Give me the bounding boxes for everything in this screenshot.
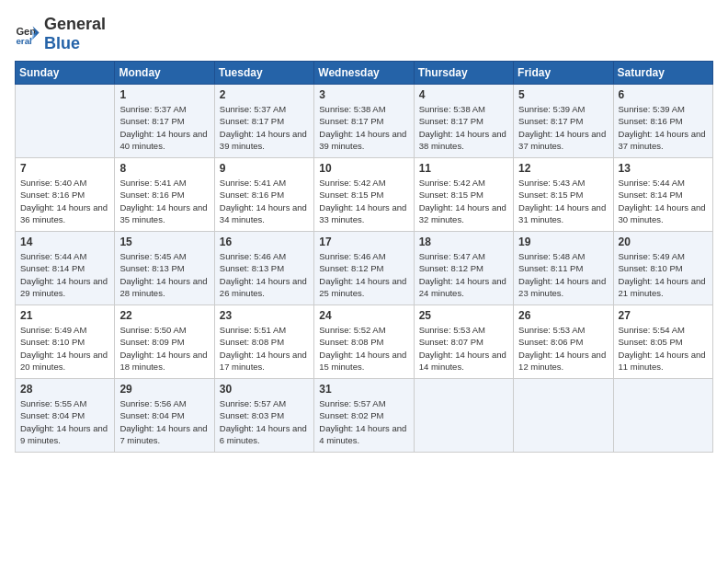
- day-info: Sunrise: 5:52 AMSunset: 8:08 PMDaylight:…: [319, 325, 406, 372]
- col-header-monday: Monday: [115, 62, 214, 85]
- day-info: Sunrise: 5:49 AMSunset: 8:10 PMDaylight:…: [619, 251, 706, 298]
- day-number: 27: [619, 309, 708, 322]
- day-info: Sunrise: 5:51 AMSunset: 8:08 PMDaylight:…: [220, 325, 307, 372]
- day-info: Sunrise: 5:48 AMSunset: 8:11 PMDaylight:…: [518, 251, 606, 298]
- day-cell: 1Sunrise: 5:37 AMSunset: 8:17 PMDaylight…: [115, 85, 214, 158]
- day-cell: 22Sunrise: 5:50 AMSunset: 8:09 PMDayligh…: [115, 305, 214, 379]
- day-cell: 7Sunrise: 5:40 AMSunset: 8:16 PMDaylight…: [16, 158, 115, 232]
- day-info: Sunrise: 5:37 AMSunset: 8:17 PMDaylight:…: [119, 104, 207, 151]
- day-cell: 12Sunrise: 5:43 AMSunset: 8:15 PMDayligh…: [514, 158, 613, 232]
- day-info: Sunrise: 5:55 AMSunset: 8:04 PMDaylight:…: [20, 398, 108, 445]
- col-header-tuesday: Tuesday: [214, 62, 313, 85]
- day-info: Sunrise: 5:38 AMSunset: 8:17 PMDaylight:…: [319, 104, 406, 151]
- day-number: 24: [319, 309, 408, 322]
- day-info: Sunrise: 5:39 AMSunset: 8:17 PMDaylight:…: [518, 104, 606, 151]
- day-info: Sunrise: 5:50 AMSunset: 8:09 PMDaylight:…: [119, 325, 207, 372]
- day-cell: [414, 379, 513, 453]
- day-info: Sunrise: 5:41 AMSunset: 8:16 PMDaylight:…: [220, 178, 307, 224]
- day-number: 19: [518, 236, 608, 248]
- day-cell: 27Sunrise: 5:54 AMSunset: 8:05 PMDayligh…: [613, 305, 712, 379]
- day-info: Sunrise: 5:46 AMSunset: 8:13 PMDaylight:…: [220, 251, 307, 298]
- day-info: Sunrise: 5:44 AMSunset: 8:14 PMDaylight:…: [20, 251, 108, 298]
- day-info: Sunrise: 5:42 AMSunset: 8:15 PMDaylight:…: [419, 178, 506, 224]
- day-cell: 14Sunrise: 5:44 AMSunset: 8:14 PMDayligh…: [16, 232, 115, 305]
- logo: Gen eral General Blue: [15, 15, 106, 53]
- day-number: 15: [119, 236, 209, 248]
- day-info: Sunrise: 5:37 AMSunset: 8:17 PMDaylight:…: [220, 104, 307, 151]
- day-number: 4: [419, 88, 508, 101]
- day-cell: 26Sunrise: 5:53 AMSunset: 8:06 PMDayligh…: [514, 305, 613, 379]
- day-cell: 28Sunrise: 5:55 AMSunset: 8:04 PMDayligh…: [16, 379, 115, 453]
- day-number: 3: [319, 88, 408, 101]
- day-number: 17: [319, 236, 408, 248]
- day-cell: 9Sunrise: 5:41 AMSunset: 8:16 PMDaylight…: [214, 158, 313, 232]
- day-cell: [613, 379, 712, 453]
- day-number: 10: [319, 162, 408, 175]
- day-info: Sunrise: 5:49 AMSunset: 8:10 PMDaylight:…: [20, 325, 108, 372]
- day-info: Sunrise: 5:38 AMSunset: 8:17 PMDaylight:…: [419, 104, 506, 151]
- day-number: 11: [419, 162, 508, 175]
- day-number: 20: [619, 236, 708, 248]
- day-info: Sunrise: 5:53 AMSunset: 8:07 PMDaylight:…: [419, 325, 506, 372]
- day-cell: 11Sunrise: 5:42 AMSunset: 8:15 PMDayligh…: [414, 158, 513, 232]
- day-number: 29: [119, 383, 209, 396]
- day-info: Sunrise: 5:53 AMSunset: 8:06 PMDaylight:…: [518, 325, 606, 372]
- day-cell: [514, 379, 613, 453]
- day-cell: 19Sunrise: 5:48 AMSunset: 8:11 PMDayligh…: [514, 232, 613, 305]
- calendar-table: SundayMondayTuesdayWednesdayThursdayFrid…: [15, 61, 713, 453]
- day-cell: 15Sunrise: 5:45 AMSunset: 8:13 PMDayligh…: [115, 232, 214, 305]
- day-cell: 5Sunrise: 5:39 AMSunset: 8:17 PMDaylight…: [514, 85, 613, 158]
- day-number: 9: [220, 162, 309, 175]
- day-cell: 23Sunrise: 5:51 AMSunset: 8:08 PMDayligh…: [214, 305, 313, 379]
- day-number: 5: [518, 88, 608, 101]
- day-info: Sunrise: 5:39 AMSunset: 8:16 PMDaylight:…: [619, 104, 706, 151]
- day-info: Sunrise: 5:47 AMSunset: 8:12 PMDaylight:…: [419, 251, 506, 298]
- page-header: Gen eral General Blue: [15, 15, 713, 53]
- day-cell: 17Sunrise: 5:46 AMSunset: 8:12 PMDayligh…: [314, 232, 414, 305]
- day-number: 31: [319, 383, 408, 396]
- col-header-saturday: Saturday: [613, 62, 712, 85]
- day-cell: 4Sunrise: 5:38 AMSunset: 8:17 PMDaylight…: [414, 85, 513, 158]
- day-cell: [16, 85, 115, 158]
- day-cell: 2Sunrise: 5:37 AMSunset: 8:17 PMDaylight…: [214, 85, 313, 158]
- col-header-wednesday: Wednesday: [314, 62, 414, 85]
- day-number: 12: [518, 162, 608, 175]
- day-info: Sunrise: 5:57 AMSunset: 8:02 PMDaylight:…: [319, 398, 406, 445]
- week-row-3: 14Sunrise: 5:44 AMSunset: 8:14 PMDayligh…: [16, 232, 713, 305]
- day-info: Sunrise: 5:46 AMSunset: 8:12 PMDaylight:…: [319, 251, 406, 298]
- week-row-2: 7Sunrise: 5:40 AMSunset: 8:16 PMDaylight…: [16, 158, 713, 232]
- col-header-friday: Friday: [514, 62, 613, 85]
- day-number: 7: [20, 162, 109, 175]
- day-number: 22: [119, 309, 209, 322]
- day-number: 30: [220, 383, 309, 396]
- day-cell: 18Sunrise: 5:47 AMSunset: 8:12 PMDayligh…: [414, 232, 513, 305]
- day-number: 14: [20, 236, 109, 248]
- day-cell: 3Sunrise: 5:38 AMSunset: 8:17 PMDaylight…: [314, 85, 414, 158]
- day-cell: 8Sunrise: 5:41 AMSunset: 8:16 PMDaylight…: [115, 158, 214, 232]
- day-number: 25: [419, 309, 508, 322]
- day-cell: 13Sunrise: 5:44 AMSunset: 8:14 PMDayligh…: [613, 158, 712, 232]
- day-cell: 30Sunrise: 5:57 AMSunset: 8:03 PMDayligh…: [214, 379, 313, 453]
- day-info: Sunrise: 5:41 AMSunset: 8:16 PMDaylight:…: [119, 178, 207, 224]
- day-info: Sunrise: 5:45 AMSunset: 8:13 PMDaylight:…: [119, 251, 207, 298]
- week-row-1: 1Sunrise: 5:37 AMSunset: 8:17 PMDaylight…: [16, 85, 713, 158]
- day-number: 2: [220, 88, 309, 101]
- day-number: 21: [20, 309, 109, 322]
- week-row-4: 21Sunrise: 5:49 AMSunset: 8:10 PMDayligh…: [16, 305, 713, 379]
- day-cell: 6Sunrise: 5:39 AMSunset: 8:16 PMDaylight…: [613, 85, 712, 158]
- day-info: Sunrise: 5:57 AMSunset: 8:03 PMDaylight:…: [220, 398, 307, 445]
- day-info: Sunrise: 5:54 AMSunset: 8:05 PMDaylight:…: [619, 325, 706, 372]
- day-cell: 10Sunrise: 5:42 AMSunset: 8:15 PMDayligh…: [314, 158, 414, 232]
- day-cell: 25Sunrise: 5:53 AMSunset: 8:07 PMDayligh…: [414, 305, 513, 379]
- day-number: 1: [119, 88, 209, 101]
- day-number: 16: [220, 236, 309, 248]
- day-cell: 21Sunrise: 5:49 AMSunset: 8:10 PMDayligh…: [16, 305, 115, 379]
- col-header-thursday: Thursday: [414, 62, 513, 85]
- logo-text-general: General: [44, 15, 106, 33]
- day-info: Sunrise: 5:56 AMSunset: 8:04 PMDaylight:…: [119, 398, 207, 445]
- day-cell: 31Sunrise: 5:57 AMSunset: 8:02 PMDayligh…: [314, 379, 414, 453]
- day-number: 13: [619, 162, 708, 175]
- day-number: 6: [619, 88, 708, 101]
- logo-text-blue: Blue: [44, 34, 80, 52]
- day-info: Sunrise: 5:40 AMSunset: 8:16 PMDaylight:…: [20, 178, 108, 224]
